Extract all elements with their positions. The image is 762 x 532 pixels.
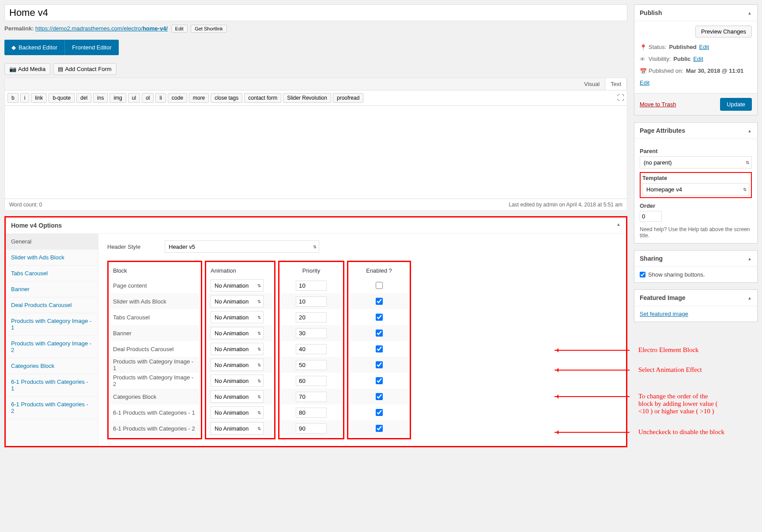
quicktag-li[interactable]: li: [155, 93, 166, 103]
order-input[interactable]: [640, 211, 662, 222]
quicktag-link[interactable]: link: [31, 93, 47, 103]
options-tab-6-1-products-with-categories-1[interactable]: 6-1 Products with Categories - 1: [6, 374, 98, 397]
options-title: Home v4 Options: [11, 222, 62, 229]
options-tab-products-with-category-image-2[interactable]: Products with Category Image - 2: [6, 336, 98, 358]
expand-icon[interactable]: ⛶: [617, 94, 624, 102]
quicktag-contact-form[interactable]: contact form: [244, 93, 281, 103]
set-featured-image-link[interactable]: Set featured image: [640, 311, 688, 317]
frontend-editor-button[interactable]: Frontend Editor: [65, 40, 119, 55]
quicktag-code[interactable]: code: [168, 93, 187, 103]
priority-input[interactable]: [296, 408, 327, 418]
collapse-icon[interactable]: ▲: [747, 296, 752, 300]
block-row: [281, 341, 341, 357]
enabled-checkbox[interactable]: [376, 314, 383, 321]
visual-tab[interactable]: Visual: [579, 78, 605, 90]
get-shortlink-button[interactable]: Get Shortlink: [191, 25, 227, 33]
options-tab-deal-products-carousel[interactable]: Deal Products Carousel: [6, 297, 98, 313]
block-row: No Animation⇅: [208, 341, 272, 357]
quicktag-del[interactable]: del: [76, 93, 91, 103]
priority-input[interactable]: [296, 360, 327, 370]
preview-changes-button[interactable]: Preview Changes: [695, 26, 752, 37]
collapse-icon[interactable]: ▲: [616, 222, 621, 229]
animation-select[interactable]: No Animation: [211, 311, 264, 323]
parent-label: Parent: [640, 148, 752, 154]
animation-select[interactable]: No Animation: [211, 422, 264, 435]
published-edit-link[interactable]: Edit: [640, 79, 649, 86]
animation-select[interactable]: No Animation: [211, 406, 264, 419]
animation-select[interactable]: No Animation: [211, 327, 264, 339]
enabled-checkbox[interactable]: [376, 298, 383, 305]
animation-select[interactable]: No Animation: [211, 279, 264, 292]
enabled-checkbox[interactable]: [376, 393, 383, 400]
animation-select[interactable]: No Animation: [211, 390, 264, 403]
page-attributes-box: Page Attributes▲ Parent (no parent)⇅ Tem…: [634, 122, 758, 244]
enabled-checkbox[interactable]: [376, 409, 383, 416]
priority-input[interactable]: [296, 392, 327, 402]
options-tab-banner[interactable]: Banner: [6, 281, 98, 297]
collapse-icon[interactable]: ▲: [747, 11, 752, 15]
enabled-checkbox[interactable]: [376, 330, 383, 337]
enabled-checkbox[interactable]: [376, 345, 383, 352]
block-row: [281, 277, 341, 293]
editor-mode-switcher: ◆Backend Editor Frontend Editor: [4, 40, 119, 55]
priority-input[interactable]: [296, 312, 327, 322]
quicktag-b[interactable]: b: [8, 93, 19, 103]
block-row: Tabs Carousel: [110, 309, 199, 325]
quicktag-Slider-Revolution[interactable]: Slider Revolution: [283, 93, 331, 103]
content-textarea[interactable]: [5, 106, 627, 199]
priority-input[interactable]: [296, 376, 327, 386]
priority-input[interactable]: [296, 344, 327, 354]
options-tab-products-with-category-image-1[interactable]: Products with Category Image - 1: [6, 313, 98, 336]
show-sharing-checkbox-label[interactable]: Show sharing buttons.: [640, 271, 752, 278]
animation-select[interactable]: No Animation: [211, 343, 264, 355]
enabled-checkbox[interactable]: [376, 361, 383, 368]
block-row: [350, 341, 408, 357]
parent-select[interactable]: (no parent): [640, 156, 752, 169]
priority-input[interactable]: [296, 296, 327, 307]
enabled-checkbox[interactable]: [376, 377, 383, 384]
add-contact-form-button[interactable]: ▤Add Contact Form: [53, 63, 117, 75]
add-media-button[interactable]: 📷Add Media: [4, 63, 50, 75]
page-title-input[interactable]: [4, 4, 627, 21]
enabled-checkbox[interactable]: [376, 425, 383, 432]
page-attributes-title: Page Attributes: [640, 127, 685, 134]
enabled-checkbox[interactable]: [376, 282, 383, 289]
collapse-icon[interactable]: ▲: [747, 256, 752, 261]
permalink-edit-button[interactable]: Edit: [171, 25, 188, 33]
move-to-trash-link[interactable]: Move to Trash: [640, 101, 676, 108]
animation-select[interactable]: No Animation: [211, 375, 264, 387]
backend-editor-button[interactable]: ◆Backend Editor: [4, 40, 65, 55]
quicktag-b-quote[interactable]: b-quote: [49, 93, 75, 103]
priority-input[interactable]: [296, 423, 327, 434]
quicktag-proofread[interactable]: proofread: [333, 93, 363, 103]
options-tab-slider-with-ads-block[interactable]: Slider with Ads Block: [6, 250, 98, 266]
publish-box: Publish▲ Preview Changes 📍Status: Publis…: [634, 4, 758, 116]
sharing-title: Sharing: [640, 255, 663, 262]
update-button[interactable]: Update: [720, 98, 752, 111]
quicktag-ol[interactable]: ol: [142, 93, 154, 103]
quicktag-i[interactable]: i: [20, 93, 30, 103]
quicktag-img[interactable]: img: [109, 93, 126, 103]
template-select[interactable]: Homepage v4: [642, 183, 749, 195]
quicktag-ul[interactable]: ul: [128, 93, 140, 103]
header-style-select[interactable]: Header v5: [165, 240, 319, 253]
options-tab-6-1-products-with-categories-2[interactable]: 6-1 Products with Categories - 2: [6, 397, 98, 419]
block-row: No Animation⇅: [208, 405, 272, 420]
animation-select[interactable]: No Animation: [211, 359, 264, 371]
quicktag-close-tags[interactable]: close tags: [211, 93, 242, 103]
options-tab-general[interactable]: General: [6, 234, 98, 250]
text-tab[interactable]: Text: [605, 78, 627, 90]
options-tab-categories-block[interactable]: Categories Block: [6, 358, 98, 374]
content-editor: Visual Text bilinkb-quotedelinsimgulolli…: [4, 78, 627, 211]
status-edit-link[interactable]: Edit: [699, 44, 709, 50]
animation-select[interactable]: No Animation: [211, 295, 264, 307]
show-sharing-checkbox[interactable]: [640, 272, 645, 277]
visibility-edit-link[interactable]: Edit: [693, 56, 703, 62]
collapse-icon[interactable]: ▲: [747, 128, 752, 133]
quicktag-more[interactable]: more: [189, 93, 209, 103]
priority-input[interactable]: [296, 328, 327, 338]
priority-input[interactable]: [296, 281, 327, 291]
options-tab-tabs-carousel[interactable]: Tabs Carousel: [6, 266, 98, 281]
permalink-link[interactable]: https://demo2.madrasthemes.com/electro/h…: [35, 25, 168, 32]
quicktag-ins[interactable]: ins: [93, 93, 108, 103]
